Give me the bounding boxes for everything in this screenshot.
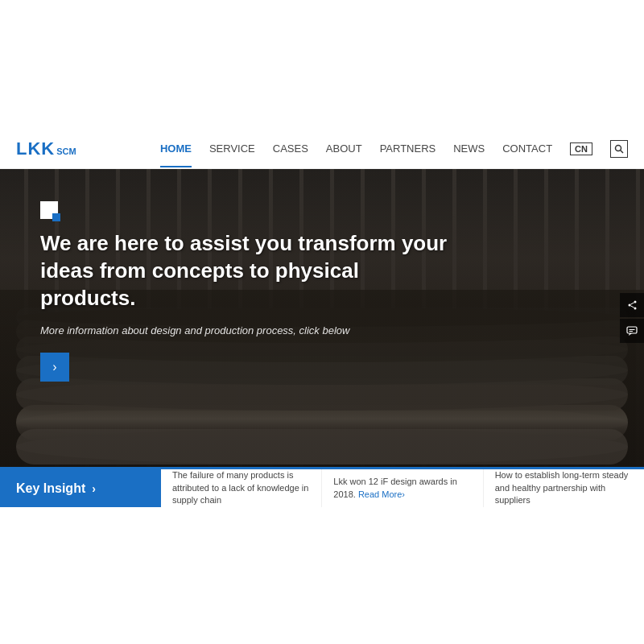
svg-point-18 (629, 304, 631, 307)
key-insight-label: Key Insight (16, 481, 85, 496)
key-insight-button[interactable]: Key Insight › (0, 469, 161, 507)
nav-item-contact[interactable]: CONTACT (502, 142, 552, 155)
hero-title: We are here to assist you transform your… (40, 230, 459, 312)
nav-item-home[interactable]: HOME (160, 142, 192, 155)
header: LKK SCM HOME SERVICE CASES ABOUT PARTNER… (0, 129, 644, 169)
share-button[interactable] (620, 293, 644, 317)
hero-content: We are here to assist you transform your… (40, 201, 459, 382)
svg-line-1 (621, 150, 623, 152)
nav-item-cases[interactable]: CASES (273, 142, 308, 155)
bottom-bar: Key Insight › The failure of many produc… (0, 467, 644, 507)
news-text-1: The failure of many products is attribut… (172, 469, 310, 506)
svg-point-19 (634, 301, 637, 303)
nav-item-news[interactable]: NEWS (453, 142, 485, 155)
chat-icon (626, 325, 638, 336)
nav-item-about[interactable]: ABOUT (326, 142, 362, 155)
share-icon (626, 299, 638, 311)
nav-item-service[interactable]: SERVICE (209, 142, 255, 155)
news-read-more-link[interactable]: Read More› (358, 489, 405, 499)
hero-cta-arrow: › (52, 360, 56, 374)
search-icon (614, 144, 624, 154)
svg-line-22 (630, 306, 634, 308)
nav-cn-button[interactable]: CN (570, 142, 592, 155)
hero-cta-button[interactable]: › (40, 353, 69, 382)
below-content-area (0, 507, 644, 644)
nav-item-partners[interactable]: PARTNERS (380, 142, 436, 155)
logo[interactable]: LKK SCM (16, 138, 76, 159)
side-action-buttons (620, 293, 644, 343)
logo-scm-text: SCM (56, 147, 76, 156)
hero-section: We are here to assist you transform your… (0, 169, 644, 467)
news-item-2: Lkk won 12 iF design awards in 2018. Rea… (322, 469, 483, 507)
svg-point-0 (616, 145, 621, 151)
news-text-2: Lkk won 12 iF design awards in 2018. Rea… (333, 476, 471, 501)
news-item-1: The failure of many products is attribut… (161, 469, 322, 507)
news-text-3: How to establish long-term steady and he… (495, 469, 633, 506)
top-whitespace (0, 0, 644, 129)
key-insight-arrow: › (92, 482, 96, 495)
hero-brand-icon (40, 201, 58, 219)
svg-line-21 (630, 303, 634, 304)
news-item-3: How to establish long-term steady and he… (484, 469, 644, 507)
main-nav: HOME SERVICE CASES ABOUT PARTNERS NEWS C… (160, 140, 628, 158)
chat-button[interactable] (620, 319, 644, 343)
svg-point-20 (634, 308, 637, 310)
logo-lkk-text: LKK (16, 138, 55, 159)
nav-search-button[interactable] (610, 140, 628, 158)
hero-subtitle: More information about design and produc… (40, 324, 459, 336)
news-ticker: The failure of many products is attribut… (161, 469, 644, 507)
